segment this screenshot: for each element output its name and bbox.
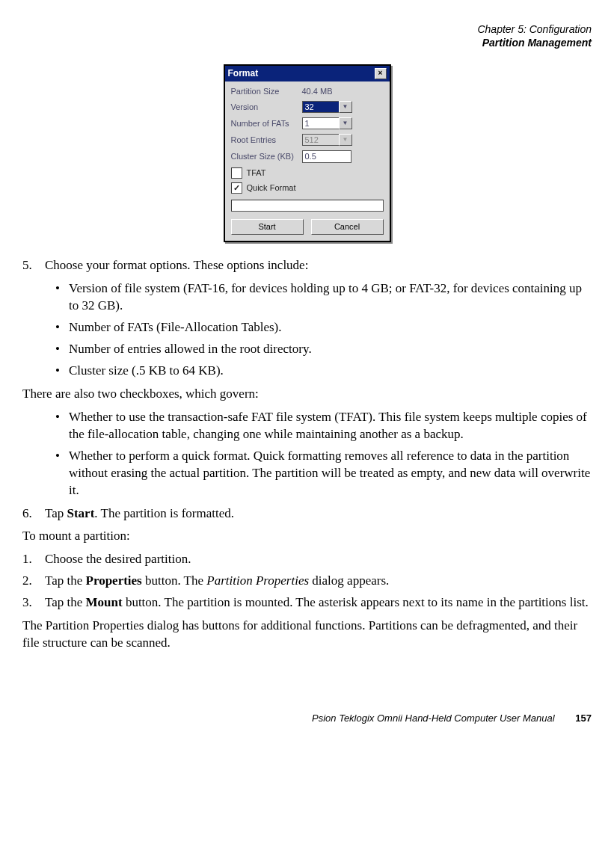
step-text: Tap Start. The partition is formatted.: [45, 505, 592, 523]
list-item: 5. Choose your format options. These opt…: [22, 257, 592, 274]
list-item: •Cluster size (.5 KB to 64 KB).: [22, 363, 592, 380]
tfat-checkbox[interactable]: [231, 167, 242, 179]
cancel-button[interactable]: Cancel: [311, 219, 384, 235]
manual-title: Psion Teklogix Omnii Hand-Held Computer …: [312, 712, 555, 724]
list-item: •Number of FATs (File-Allocation Tables)…: [22, 319, 592, 336]
chevron-down-icon: ▼: [343, 103, 349, 111]
step-text: Tap the Properties button. The Partition…: [45, 573, 592, 590]
bullet-icon: •: [55, 280, 69, 315]
bullet-text: Whether to perform a quick format. Quick…: [69, 448, 592, 499]
version-combo[interactable]: 32 ▼: [302, 101, 352, 113]
list-item: •Number of entries allowed in the root d…: [22, 341, 592, 358]
step-text: Choose the desired partition.: [45, 551, 592, 568]
partition-size-value: 40.4 MB: [302, 86, 384, 97]
step-text: Tap the Mount button. The partition is m…: [45, 594, 592, 612]
dialog-body: Partition Size 40.4 MB Version 32 ▼ Numb…: [225, 81, 390, 241]
bullet-text: Number of FATs (File-Allocation Tables).: [69, 319, 592, 336]
bullet-icon: •: [55, 341, 69, 358]
quick-format-label: Quick Format: [247, 182, 296, 194]
page-header: Chapter 5: Configuration Partition Manag…: [22, 22, 592, 49]
paragraph: The Partition Properties dialog has butt…: [22, 618, 592, 652]
screenshot-figure: Format × Partition Size 40.4 MB Version …: [22, 64, 592, 242]
cluster-size-input[interactable]: 0.5: [302, 150, 351, 163]
num-fats-combo[interactable]: 1 ▼: [302, 117, 352, 129]
num-fats-input[interactable]: 1: [302, 117, 339, 129]
dialog-titlebar: Format ×: [225, 66, 390, 81]
root-entries-combo: 512 ▼: [302, 134, 352, 146]
bullet-text: Number of entries allowed in the root di…: [69, 341, 592, 358]
step-number: 2.: [22, 573, 45, 590]
list-item: •Whether to perform a quick format. Quic…: [22, 448, 592, 499]
page-number: 157: [575, 712, 592, 724]
list-item: 2. Tap the Properties button. The Partit…: [22, 573, 592, 590]
partition-size-label: Partition Size: [231, 86, 302, 97]
step-text: Choose your format options. These option…: [45, 257, 592, 274]
page-footer: Psion Teklogix Omnii Hand-Held Computer …: [22, 712, 592, 725]
step-number: 5.: [22, 257, 45, 274]
paragraph: To mount a partition:: [22, 528, 592, 545]
list-item: 1. Choose the desired partition.: [22, 551, 592, 568]
list-item: •Whether to use the transaction-safe FAT…: [22, 409, 592, 443]
step-number: 6.: [22, 505, 45, 523]
num-fats-dropdown-button[interactable]: ▼: [339, 117, 352, 129]
bullet-text: Version of file system (FAT-16, for devi…: [69, 280, 592, 315]
list-item: •Version of file system (FAT-16, for dev…: [22, 280, 592, 315]
bullet-icon: •: [55, 363, 69, 380]
version-dropdown-button[interactable]: ▼: [339, 101, 352, 113]
bullet-text: Cluster size (.5 KB to 64 KB).: [69, 363, 592, 380]
section-ref: Partition Management: [22, 36, 592, 49]
chevron-down-icon: ▼: [343, 136, 349, 144]
dialog-title: Format: [228, 67, 259, 79]
paragraph: There are also two checkboxes, which gov…: [22, 386, 592, 403]
quick-format-checkbox[interactable]: ✓: [231, 182, 242, 194]
chevron-down-icon: ▼: [343, 120, 349, 128]
num-fats-label: Number of FATs: [231, 118, 302, 129]
step-number: 1.: [22, 551, 45, 568]
step-number: 3.: [22, 594, 45, 612]
list-item: 3. Tap the Mount button. The partition i…: [22, 594, 592, 612]
list-item: 6. Tap Start. The partition is formatted…: [22, 505, 592, 523]
version-label: Version: [231, 102, 302, 113]
close-button[interactable]: ×: [375, 68, 387, 79]
bullet-text: Whether to use the transaction-safe FAT …: [69, 409, 592, 443]
version-input[interactable]: 32: [302, 101, 339, 113]
chapter-ref: Chapter 5: Configuration: [22, 22, 592, 36]
root-entries-dropdown-button: ▼: [339, 134, 352, 146]
root-entries-label: Root Entries: [231, 135, 302, 146]
root-entries-input: 512: [302, 134, 339, 146]
start-button[interactable]: Start: [231, 219, 304, 235]
format-dialog: Format × Partition Size 40.4 MB Version …: [224, 64, 391, 242]
progress-bar: [231, 200, 384, 212]
cluster-size-label: Cluster Size (KB): [231, 151, 302, 162]
bullet-icon: •: [55, 448, 69, 499]
tfat-label: TFAT: [247, 167, 266, 179]
bullet-icon: •: [55, 319, 69, 336]
bullet-icon: •: [55, 409, 69, 443]
